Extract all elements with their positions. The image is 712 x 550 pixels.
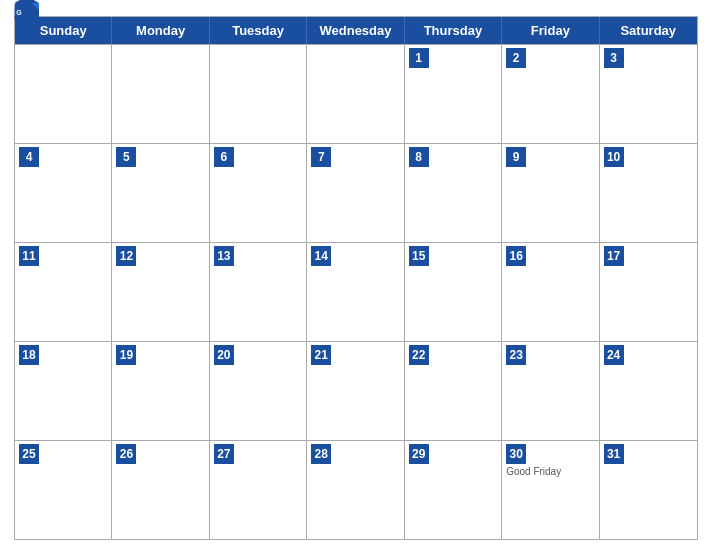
day-number: 3	[604, 48, 624, 68]
day-cell: 1	[405, 45, 502, 143]
logo: G	[14, 0, 50, 24]
day-cell: 27	[210, 441, 307, 539]
day-cell: 16	[502, 243, 599, 341]
day-header-saturday: Saturday	[600, 17, 697, 44]
day-number: 19	[116, 345, 136, 365]
day-cell: 29	[405, 441, 502, 539]
day-cell: 11	[15, 243, 112, 341]
day-cell: 3	[600, 45, 697, 143]
day-header-monday: Monday	[112, 17, 209, 44]
day-cell: 9	[502, 144, 599, 242]
day-number: 16	[506, 246, 526, 266]
day-cell: 25	[15, 441, 112, 539]
day-header-thursday: Thursday	[405, 17, 502, 44]
day-number: 31	[604, 444, 624, 464]
day-cell	[210, 45, 307, 143]
day-cell: 20	[210, 342, 307, 440]
day-cell: 21	[307, 342, 404, 440]
svg-text:G: G	[16, 9, 22, 16]
day-cell: 28	[307, 441, 404, 539]
day-header-tuesday: Tuesday	[210, 17, 307, 44]
day-number: 13	[214, 246, 234, 266]
svg-marker-1	[15, 0, 40, 3]
day-number: 6	[214, 147, 234, 167]
day-header-friday: Friday	[502, 17, 599, 44]
day-number: 21	[311, 345, 331, 365]
day-cell: 8	[405, 144, 502, 242]
day-number: 9	[506, 147, 526, 167]
day-number: 4	[19, 147, 39, 167]
day-number: 18	[19, 345, 39, 365]
calendar-grid: SundayMondayTuesdayWednesdayThursdayFrid…	[14, 16, 698, 540]
day-cell: 24	[600, 342, 697, 440]
day-number: 24	[604, 345, 624, 365]
day-number: 20	[214, 345, 234, 365]
calendar-page: G SundayMondayTuesdayWednesdayThursdayFr…	[0, 0, 712, 550]
day-header-wednesday: Wednesday	[307, 17, 404, 44]
day-cell: 6	[210, 144, 307, 242]
day-number: 1	[409, 48, 429, 68]
day-number: 12	[116, 246, 136, 266]
day-number: 29	[409, 444, 429, 464]
day-number: 11	[19, 246, 39, 266]
day-number: 26	[116, 444, 136, 464]
day-cell: 19	[112, 342, 209, 440]
day-cell: 15	[405, 243, 502, 341]
day-cell: 14	[307, 243, 404, 341]
day-cell: 5	[112, 144, 209, 242]
weeks-container: 1234567891011121314151617181920212223242…	[15, 44, 697, 539]
day-cell: 10	[600, 144, 697, 242]
day-cell: 7	[307, 144, 404, 242]
day-number: 27	[214, 444, 234, 464]
day-number: 2	[506, 48, 526, 68]
day-cell: 13	[210, 243, 307, 341]
day-cell	[307, 45, 404, 143]
day-cell: 18	[15, 342, 112, 440]
day-cell: 31	[600, 441, 697, 539]
day-number: 28	[311, 444, 331, 464]
week-row-3: 11121314151617	[15, 242, 697, 341]
day-cell: 4	[15, 144, 112, 242]
day-cell: 17	[600, 243, 697, 341]
day-cell: 30Good Friday	[502, 441, 599, 539]
day-number: 10	[604, 147, 624, 167]
day-number: 23	[506, 345, 526, 365]
event-label: Good Friday	[506, 466, 594, 477]
day-number: 17	[604, 246, 624, 266]
day-number: 14	[311, 246, 331, 266]
days-header: SundayMondayTuesdayWednesdayThursdayFrid…	[15, 17, 697, 44]
day-number: 5	[116, 147, 136, 167]
week-row-5: 252627282930Good Friday31	[15, 440, 697, 539]
day-number: 15	[409, 246, 429, 266]
week-row-2: 45678910	[15, 143, 697, 242]
day-cell	[112, 45, 209, 143]
day-number: 22	[409, 345, 429, 365]
day-number: 8	[409, 147, 429, 167]
logo-icon: G	[14, 0, 50, 24]
day-cell: 12	[112, 243, 209, 341]
day-cell: 22	[405, 342, 502, 440]
week-row-1: 123	[15, 44, 697, 143]
day-number: 30	[506, 444, 526, 464]
day-number: 7	[311, 147, 331, 167]
week-row-4: 18192021222324	[15, 341, 697, 440]
day-cell	[15, 45, 112, 143]
day-cell: 2	[502, 45, 599, 143]
day-cell: 23	[502, 342, 599, 440]
day-cell: 26	[112, 441, 209, 539]
day-number: 25	[19, 444, 39, 464]
